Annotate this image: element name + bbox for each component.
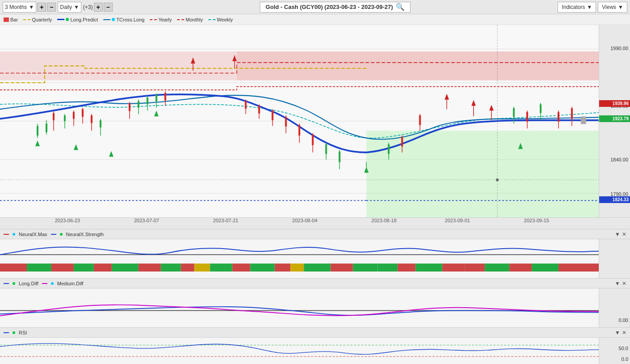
period-label: Daily — [60, 4, 72, 10]
svg-rect-110 — [377, 263, 397, 271]
svg-rect-119 — [0, 288, 599, 327]
timeframe-select[interactable]: 3 Months ▼ — [3, 2, 36, 13]
rsi-label: RSI — [19, 330, 27, 335]
svg-rect-20 — [73, 112, 75, 119]
svg-rect-40 — [165, 93, 166, 101]
bar-color — [4, 17, 9, 22]
svg-rect-113 — [442, 263, 465, 271]
neural-svg — [0, 239, 599, 278]
neuralx-strength-label: NeuralX.Strength — [66, 232, 104, 237]
neuralx-strength-color — [51, 234, 56, 235]
date-label-4: 2023-08-04 — [292, 218, 317, 223]
diff-panel: Long.Diff Medium.Diff ▼ ✕ 0.00 — [0, 278, 630, 327]
chart-title-box: Gold - Cash (GCY00) (2023-06-23 - 2023-0… — [260, 2, 410, 13]
svg-rect-112 — [415, 263, 442, 271]
price-badge-blue: 1824.33 — [599, 196, 630, 203]
step-minus[interactable]: − — [104, 3, 113, 12]
rsi-panel-controls: ▼ ✕ — [615, 330, 626, 336]
rsi-panel: RSI ▼ ✕ 50.0 0.0 — [0, 327, 630, 364]
rsi-svg — [0, 338, 599, 364]
rsi-panel-close[interactable]: ✕ — [622, 330, 626, 336]
step-plus[interactable]: + — [94, 3, 103, 12]
period-select[interactable]: Daily ▼ — [58, 2, 81, 13]
rsi-chart-area: 50.0 0.0 — [0, 338, 630, 364]
long-predict-color — [57, 19, 64, 20]
neuralx-max-color — [4, 234, 9, 235]
search-button[interactable]: 🔍 — [396, 3, 405, 11]
svg-rect-52 — [285, 117, 287, 127]
timeframe-plus[interactable]: + — [37, 3, 46, 12]
neuralx-strength-dot — [60, 233, 63, 236]
diff-chart-area: 0.00 — [0, 288, 630, 327]
diff-price-axis: 0.00 — [599, 288, 630, 327]
price-axis: 1990.00 1890.00 1840.00 1790.00 1939.96 … — [599, 25, 630, 217]
svg-rect-48 — [258, 106, 260, 114]
svg-rect-54 — [299, 125, 300, 136]
main-chart-svg-container[interactable]: 1990.00 1890.00 1840.00 1790.00 1939.96 … — [0, 25, 630, 217]
price-badge-red: 1939.96 — [599, 100, 630, 107]
svg-rect-107 — [304, 263, 330, 271]
neural-chart-area: 0.0000 — [0, 239, 630, 278]
views-arrow: ▼ — [618, 4, 623, 10]
main-chart-svg — [0, 25, 599, 217]
main-chart-area: Bar Quarterly Long.Predict TCross.Long Y… — [0, 14, 630, 229]
timeframe-minus[interactable]: − — [47, 3, 56, 12]
neural-panel-controls: ▼ ✕ — [615, 231, 626, 237]
svg-rect-93 — [27, 263, 51, 271]
diff-svg — [0, 288, 599, 327]
chart-title: Gold - Cash (GCY00) (2023-06-23 - 2023-0… — [266, 4, 393, 10]
neural-panel-collapse[interactable]: ▼ — [615, 231, 620, 237]
bar-label: Bar — [10, 17, 18, 22]
svg-rect-108 — [330, 263, 353, 271]
views-dropdown[interactable]: Views ▼ — [598, 2, 627, 13]
indicators-dropdown[interactable]: Indicators ▼ — [558, 2, 596, 13]
diff-panel-collapse[interactable]: ▼ — [615, 280, 620, 287]
period-dropdown-arrow: ▼ — [74, 4, 79, 10]
monthly-color — [177, 19, 184, 20]
svg-rect-94 — [51, 263, 74, 271]
diff-panel-header: Long.Diff Medium.Diff ▼ ✕ — [0, 279, 630, 288]
long-diff-dot — [13, 282, 15, 285]
yearly-color — [150, 19, 157, 20]
timeframe-label: 3 Months — [5, 4, 27, 10]
svg-rect-83 — [558, 112, 559, 122]
long-predict-label: Long.Predict — [70, 17, 98, 22]
svg-rect-100 — [181, 263, 194, 271]
long-predict-dot — [66, 18, 69, 21]
svg-rect-102 — [210, 263, 233, 271]
price-tick-1990: 1990.00 — [610, 46, 628, 51]
date-label-1: 2023-06-23 — [55, 218, 80, 223]
tcross-color — [103, 19, 110, 20]
svg-rect-50 — [272, 110, 274, 120]
svg-rect-78 — [526, 112, 528, 122]
quarterly-color — [23, 19, 30, 20]
rsi-panel-collapse[interactable]: ▼ — [615, 330, 620, 336]
diff-panel-controls: ▼ ✕ — [615, 280, 626, 287]
long-diff-color — [4, 283, 9, 284]
step-label: (+3) — [83, 4, 93, 10]
tcross-dot — [112, 18, 115, 21]
date-label-2: 2023-07-07 — [134, 218, 159, 223]
neural-panel-header: NeuralX.Max NeuralX.Strength ▼ ✕ — [0, 229, 630, 239]
date-label-7: 2023-09-15 — [524, 218, 549, 223]
medium-diff-dot — [51, 282, 54, 285]
diff-panel-close[interactable]: ✕ — [622, 280, 626, 287]
legend-monthly-item: Monthly — [177, 17, 203, 22]
svg-rect-101 — [194, 263, 210, 271]
svg-rect-104 — [250, 263, 275, 271]
date-axis: 2023-06-23 2023-07-07 2023-07-21 2023-08… — [0, 217, 630, 229]
weekly-color — [208, 19, 216, 20]
svg-rect-106 — [291, 263, 304, 271]
date-label-5: 2023-08-18 — [372, 218, 397, 223]
medium-diff-label: Medium.Diff — [57, 281, 83, 286]
neural-panel-close[interactable]: ✕ — [622, 231, 626, 237]
svg-rect-66 — [401, 137, 403, 147]
svg-rect-115 — [485, 263, 509, 271]
svg-rect-103 — [233, 263, 250, 271]
svg-rect-26 — [100, 120, 101, 127]
timeframe-group: 3 Months ▼ + − — [3, 2, 56, 13]
title-box: Gold - Cash (GCY00) (2023-06-23 - 2023-0… — [114, 2, 556, 13]
legend-weekly-item: Weekly — [208, 17, 233, 22]
neuralx-max-label: NeuralX.Max — [19, 232, 47, 237]
tcross-label: TCross.Long — [116, 17, 144, 22]
